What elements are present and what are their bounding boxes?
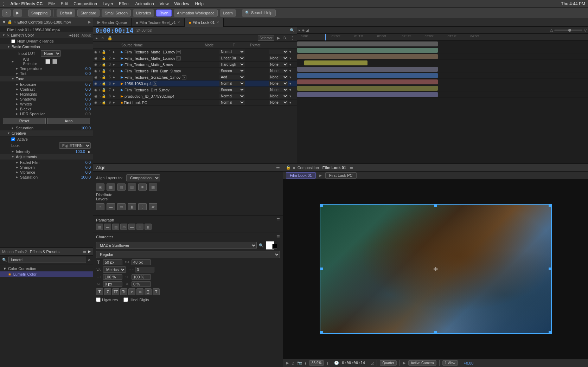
blacks-value[interactable]: 0.0	[85, 107, 91, 111]
zoom-btn[interactable]: 83.9%	[309, 360, 324, 366]
layer-solo[interactable]: ○	[98, 50, 101, 54]
timeline-track[interactable]	[297, 79, 588, 85]
layer-visibility[interactable]: ◉	[94, 69, 97, 73]
timeline-track[interactable]	[297, 60, 588, 66]
dist-bottom-btn[interactable]: ▰	[149, 203, 157, 210]
tsume-input[interactable]	[132, 281, 151, 287]
tab-film-texture[interactable]: ■ Film Texture Reel_v1 ✕	[132, 18, 185, 27]
para-align-left[interactable]: ▦	[96, 224, 103, 230]
layer-collapse[interactable]: ►	[112, 82, 116, 85]
layer-trkmat-select[interactable]	[269, 50, 288, 54]
paragraph-menu[interactable]: ☰	[276, 218, 280, 222]
dist-top-btn[interactable]: ▮	[128, 203, 136, 210]
timeline-track[interactable]	[297, 72, 588, 79]
panel-collapse-icon[interactable]: ▼	[2, 20, 6, 24]
wb-swatch-1[interactable]	[45, 59, 50, 64]
contrast-value[interactable]: 0.0	[85, 87, 91, 91]
layer-collapse[interactable]: ►	[112, 94, 116, 98]
timeline-track[interactable]	[297, 66, 588, 72]
timeline-track[interactable]	[297, 47, 588, 53]
align-to-select[interactable]: Composition	[126, 174, 160, 181]
comp-menu-btn[interactable]: ☰	[350, 165, 353, 170]
look-select[interactable]: Fuji ETERNA 250D E	[59, 142, 91, 149]
hindi-digits-checkbox[interactable]	[123, 297, 128, 302]
leading-input[interactable]	[132, 259, 151, 265]
align-center-h-btn[interactable]: ▦	[107, 184, 115, 191]
para-align-right[interactable]: ▤	[112, 224, 119, 230]
layer-mode-select[interactable]: Hard Ligh	[219, 62, 245, 67]
layer-lock[interactable]: 🔒	[102, 101, 105, 104]
layer-solo[interactable]: ○	[98, 75, 101, 79]
apple-menu[interactable]: 	[3, 1, 5, 7]
layer-solo[interactable]: ○	[98, 88, 101, 92]
tint-value[interactable]: 0.0	[85, 71, 91, 76]
layer-row[interactable]: ◉ ○ 🔒 1 ► ▶ Film_Textures_Matte_13.mov f…	[93, 49, 297, 55]
snapping-toggle[interactable]: Snapping	[28, 9, 51, 17]
menu-edit[interactable]: Edit	[60, 1, 68, 6]
sharpen-value[interactable]: 0.0	[85, 165, 91, 169]
timeline-track[interactable]	[297, 85, 588, 91]
layer-solo[interactable]: ○	[98, 101, 101, 104]
menu-animation[interactable]: Animation	[135, 1, 154, 6]
lumetri-color-item[interactable]: ■ Lumetri Color	[0, 271, 93, 277]
menu-window[interactable]: Window	[174, 1, 190, 6]
small-caps-btn[interactable]: Tt	[120, 288, 127, 295]
search-help[interactable]: 🔍 Search Help	[242, 9, 276, 17]
layer-collapse[interactable]: ►	[112, 50, 116, 54]
layer-ctrl-expand[interactable]: ▶	[276, 35, 281, 41]
dist-left-btn[interactable]: ▫	[96, 203, 104, 210]
small-screen-workspace[interactable]: Small Screen	[102, 9, 131, 17]
vscale-input[interactable]	[132, 274, 151, 280]
layer-trkmat-select[interactable]: None	[269, 81, 288, 86]
menu-effect[interactable]: Effect	[119, 1, 129, 6]
search-clear-icon[interactable]: ✕	[88, 258, 91, 262]
layer-ctrl-solo[interactable]: ○	[100, 35, 105, 41]
tab-render-queue[interactable]: ▶ Render Queue	[93, 18, 132, 27]
caps-btn[interactable]: TT	[112, 288, 119, 295]
kerning-select[interactable]: Metrics	[103, 266, 126, 273]
super-btn[interactable]: Tⁿ	[128, 288, 135, 295]
comp-camera-icon[interactable]: 📷	[297, 361, 302, 365]
layer-solo[interactable]: ○	[98, 63, 101, 66]
timeline-btn-2[interactable]: ◈	[302, 28, 305, 32]
layer-row[interactable]: ◉ ○ 🔒 2 ► ▶ Film_Textures_Matte_15.mov f…	[93, 55, 297, 62]
sub-btn[interactable]: T₃	[136, 288, 143, 295]
layer-collapse[interactable]: ►	[112, 56, 116, 60]
layer-collapse[interactable]: ►	[112, 69, 116, 73]
effects-menu-btn[interactable]: ☰	[83, 249, 87, 254]
layer-visibility[interactable]: ◉	[94, 101, 97, 104]
italic-btn[interactable]: T	[104, 288, 111, 295]
timeline-track[interactable]	[297, 41, 588, 47]
layer-lock[interactable]: 🔒	[102, 50, 105, 54]
auto-button[interactable]: Auto	[47, 118, 90, 124]
first-look-pc-tab-btn[interactable]: First Look PC	[325, 172, 357, 179]
search-input[interactable]	[8, 257, 86, 263]
standard-workspace[interactable]: Standard	[77, 9, 100, 17]
whites-value[interactable]: 0.0	[85, 102, 91, 106]
toolbar-select[interactable]: ▶	[13, 9, 22, 17]
panel-close-btn[interactable]: ▶	[88, 20, 91, 24]
lumetri-color-section[interactable]: ▼ fx Lumetri Color Reset About	[0, 32, 93, 38]
saturation-value[interactable]: 100.0	[81, 126, 91, 130]
timeline-zoom-in[interactable]: ▽	[584, 28, 587, 32]
layer-row[interactable]: ◉ ○ 🔒 9 ► ■ First Look PC Normal None ▼	[93, 99, 297, 106]
layer-solo[interactable]: ○	[98, 56, 101, 60]
about-label[interactable]: About	[82, 33, 91, 37]
panel-lock-icon[interactable]: 🔒	[7, 20, 12, 24]
menu-file[interactable]: File	[48, 1, 55, 6]
hdr-specular-value[interactable]: 0.0	[85, 112, 91, 116]
layer-mode-select[interactable]: Add	[219, 75, 245, 79]
creative-sat-value[interactable]: 100.0	[81, 175, 91, 179]
tone-section[interactable]: ▼ Tone	[0, 76, 93, 82]
layer-collapse[interactable]: ►	[112, 63, 116, 66]
tracking-input[interactable]	[135, 267, 154, 272]
layer-trkmat-select[interactable]: None	[269, 88, 288, 92]
character-menu[interactable]: ☰	[276, 234, 280, 239]
panel-solo-icon[interactable]: ○	[14, 20, 16, 24]
layer-mode-select[interactable]: Screen	[219, 88, 245, 92]
layer-ctrl-lock[interactable]: 🔒	[106, 35, 114, 41]
layer-mode-select[interactable]: Normal	[219, 81, 245, 86]
comp-frame-icon[interactable]: ▶	[286, 361, 289, 365]
wb-swatch-2[interactable]	[52, 59, 57, 64]
hdr-checkbox[interactable]	[11, 39, 15, 43]
